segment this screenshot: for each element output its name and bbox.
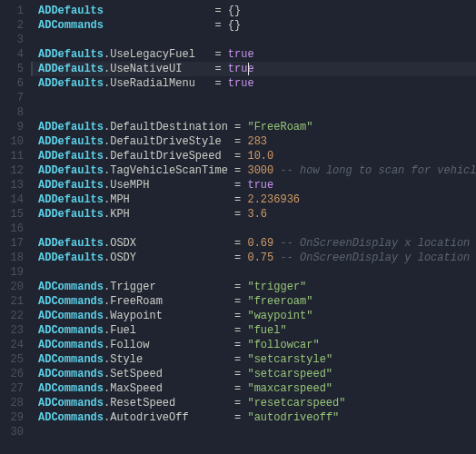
token-prop: Waypoint <box>110 310 163 322</box>
token-var: ADCommands <box>38 411 104 424</box>
token-prop: DefaultDriveStyle <box>110 135 221 148</box>
token-eq: = <box>234 150 241 163</box>
code-line[interactable] <box>38 105 476 120</box>
line-number: 2 <box>0 18 24 33</box>
token-var: ADDefaults <box>38 121 104 133</box>
code-line[interactable]: ADDefaults.UseLegacyFuel = true <box>38 47 476 62</box>
code-line[interactable]: ADCommands.MaxSpeed = "maxcarspeed" <box>38 381 476 396</box>
code-line[interactable]: ADCommands.Trigger = "trigger" <box>38 280 476 294</box>
line-number: 22 <box>0 309 24 323</box>
code-line[interactable]: ADCommands.SetSpeed = "setcarspeed" <box>38 367 476 381</box>
code-line[interactable] <box>38 425 476 439</box>
token-var: ADDefaults <box>38 77 104 90</box>
token-prop: Trigger <box>110 281 155 293</box>
code-line[interactable] <box>38 33 476 47</box>
line-number: 29 <box>0 410 24 425</box>
code-line[interactable]: ADDefaults.MPH = 2.236936 <box>38 192 476 207</box>
code-line[interactable]: ADDefaults.DefaultDestination = "FreeRoa… <box>38 120 476 134</box>
token-bool: true <box>247 179 273 192</box>
token-var: ADCommands <box>38 295 104 308</box>
line-number: 6 <box>0 76 24 91</box>
code-line[interactable] <box>38 265 476 280</box>
code-line[interactable]: ADCommands = {} <box>38 18 476 33</box>
code-line[interactable]: ADDefaults.UseNativeUI = true <box>38 62 476 76</box>
line-number: 15 <box>0 207 24 222</box>
code-line[interactable]: ADCommands.Waypoint = "waypoint" <box>38 309 476 323</box>
line-number: 8 <box>0 105 24 120</box>
code-line[interactable]: ADCommands.AutodriveOff = "autodriveoff" <box>38 410 476 425</box>
token-eq: = <box>234 281 241 293</box>
code-line[interactable] <box>38 222 476 236</box>
token-var: ADCommands <box>38 281 104 293</box>
line-number: 11 <box>0 149 24 163</box>
token-str: "autodriveoff" <box>247 411 339 424</box>
token-var: ADDefaults <box>38 237 104 250</box>
token-num: 283 <box>247 135 267 148</box>
token-num: 3.6 <box>247 208 267 221</box>
code-line[interactable]: ADDefaults.KPH = 3.6 <box>38 207 476 222</box>
token-com: -- OnScreenDisplay y location <box>280 252 470 264</box>
token-prop: UseRadialMenu <box>110 77 195 90</box>
token-eq: = <box>234 397 241 410</box>
token-prop: OSDX <box>110 237 136 250</box>
line-number: 25 <box>0 352 24 367</box>
code-line[interactable]: ADDefaults = {} <box>38 4 476 18</box>
code-line[interactable]: ADCommands.Fuel = "fuel" <box>38 323 476 338</box>
token-eq: = <box>234 208 241 221</box>
token-prop: MaxSpeed <box>110 382 163 395</box>
token-str: "freeroam" <box>247 295 312 308</box>
code-line[interactable]: ADCommands.Follow = "followcar" <box>38 338 476 352</box>
token-eq: = <box>214 77 221 90</box>
line-number: 4 <box>0 47 24 62</box>
line-number: 13 <box>0 178 24 192</box>
line-number: 21 <box>0 294 24 309</box>
code-line[interactable]: ADDefaults.UseRadialMenu = true <box>38 76 476 91</box>
token-str: "FreeRoam" <box>247 121 312 133</box>
code-area[interactable]: ADDefaults = {}ADCommands = {}ADDefaults… <box>31 0 476 454</box>
token-eq: = <box>234 252 241 264</box>
token-bool: true <box>228 48 254 61</box>
token-eq: = <box>234 135 241 148</box>
token-eq: = <box>234 411 241 424</box>
line-number: 5 <box>0 62 24 76</box>
code-line[interactable] <box>38 91 476 105</box>
token-prop: UseMPH <box>110 179 149 192</box>
code-line[interactable]: ADDefaults.UseMPH = true <box>38 178 476 192</box>
token-var: ADDefaults <box>38 48 104 61</box>
token-prop: DefaultDriveSpeed <box>110 150 221 163</box>
token-var: ADDefaults <box>38 179 104 192</box>
token-prop: SetSpeed <box>110 368 163 380</box>
token-eq: = <box>234 121 241 133</box>
token-var: ADCommands <box>38 324 104 337</box>
code-line[interactable]: ADCommands.Style = "setcarstyle" <box>38 352 476 367</box>
line-number: 12 <box>0 163 24 178</box>
code-line[interactable]: ADCommands.ResetSpeed = "resetcarspeed" <box>38 396 476 410</box>
token-com: -- how long to scan for vehicles <box>280 164 476 177</box>
token-var: ADCommands <box>38 19 104 32</box>
code-line[interactable]: ADDefaults.OSDY = 0.75 -- OnScreenDispla… <box>38 251 476 265</box>
token-var: ADDefaults <box>38 252 104 264</box>
code-line[interactable]: ADDefaults.TagVehicleScanTime = 3000 -- … <box>38 163 476 178</box>
code-line[interactable]: ADDefaults.OSDX = 0.69 -- OnScreenDispla… <box>38 236 476 251</box>
token-eq: = <box>234 339 241 351</box>
token-bool: true <box>228 77 254 90</box>
line-number: 24 <box>0 338 24 352</box>
code-line[interactable]: ADDefaults.DefaultDriveSpeed = 10.0 <box>38 149 476 163</box>
token-var: ADDefaults <box>38 164 104 177</box>
line-number: 17 <box>0 236 24 251</box>
token-eq: = <box>214 19 221 32</box>
token-num: 0.69 <box>247 237 273 250</box>
code-line[interactable]: ADDefaults.DefaultDriveStyle = 283 <box>38 134 476 149</box>
token-var: ADCommands <box>38 339 104 351</box>
token-str: "setcarstyle" <box>247 353 332 366</box>
token-str: "followcar" <box>247 339 319 351</box>
token-punc: {} <box>228 5 241 17</box>
line-number: 19 <box>0 265 24 280</box>
code-editor[interactable]: 1234567891011121314151617181920212223242… <box>0 0 476 454</box>
token-eq: = <box>234 382 241 395</box>
token-prop: KPH <box>110 208 130 221</box>
token-var: ADCommands <box>38 310 104 322</box>
token-eq: = <box>234 310 241 322</box>
line-number-gutter: 1234567891011121314151617181920212223242… <box>0 0 31 454</box>
code-line[interactable]: ADCommands.FreeRoam = "freeroam" <box>38 294 476 309</box>
